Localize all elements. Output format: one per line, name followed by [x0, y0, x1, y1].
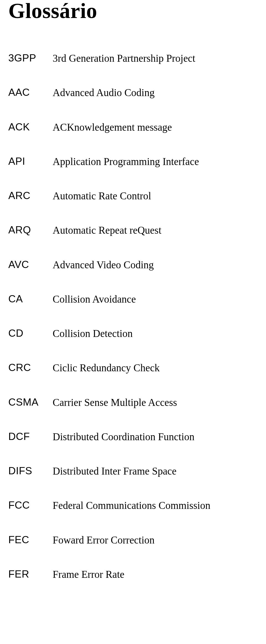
- term: ARQ: [8, 224, 53, 236]
- term: 3GPP: [8, 52, 53, 64]
- definition: Application Programming Interface: [53, 155, 247, 168]
- glossary-entry: ARC Automatic Rate Control: [8, 190, 247, 202]
- definition: Carrier Sense Multiple Access: [53, 396, 247, 409]
- term: ARC: [8, 190, 53, 202]
- glossary-entry: CSMA Carrier Sense Multiple Access: [8, 396, 247, 409]
- glossary-entry: CA Collision Avoidance: [8, 293, 247, 306]
- glossary-entries: 3GPP 3rd Generation Partnership Project …: [8, 52, 247, 581]
- term: AAC: [8, 86, 53, 99]
- glossary-entry: DCF Distributed Coordination Function: [8, 431, 247, 443]
- term: ACK: [8, 121, 53, 133]
- term: API: [8, 155, 53, 168]
- glossary-entry: ACK ACKnowledgement message: [8, 121, 247, 134]
- term: AVC: [8, 259, 53, 271]
- definition: Advanced Video Coding: [53, 259, 247, 271]
- term: FCC: [8, 499, 53, 511]
- page-title: Glossário: [8, 0, 247, 22]
- glossary-entry: AVC Advanced Video Coding: [8, 259, 247, 271]
- definition: Advanced Audio Coding: [53, 86, 247, 99]
- glossary-entry: AAC Advanced Audio Coding: [8, 86, 247, 99]
- term: FEC: [8, 534, 53, 546]
- term: CA: [8, 293, 53, 305]
- glossary-entry: FCC Federal Communications Commission: [8, 499, 247, 512]
- term: DCF: [8, 431, 53, 443]
- term: CD: [8, 327, 53, 339]
- glossary-page: Glossário 3GPP 3rd Generation Partnershi…: [0, 0, 266, 644]
- definition: Foward Error Correction: [53, 534, 247, 547]
- glossary-entry: 3GPP 3rd Generation Partnership Project: [8, 52, 247, 65]
- definition: Collision Detection: [53, 327, 247, 340]
- glossary-entry: FEC Foward Error Correction: [8, 534, 247, 547]
- definition: 3rd Generation Partnership Project: [53, 52, 247, 65]
- definition: Distributed Inter Frame Space: [53, 465, 247, 478]
- glossary-entry: API Application Programming Interface: [8, 155, 247, 168]
- term: CSMA: [8, 396, 53, 408]
- definition: Distributed Coordination Function: [53, 431, 247, 443]
- definition: Federal Communications Commission: [53, 499, 247, 512]
- definition: Ciclic Redundancy Check: [53, 362, 247, 374]
- definition: ACKnowledgement message: [53, 121, 247, 134]
- term: DIFS: [8, 465, 53, 477]
- glossary-entry: CD Collision Detection: [8, 327, 247, 340]
- definition: Automatic Rate Control: [53, 190, 247, 202]
- glossary-entry: CRC Ciclic Redundancy Check: [8, 362, 247, 374]
- term: FER: [8, 568, 53, 580]
- term: CRC: [8, 362, 53, 374]
- glossary-entry: FER Frame Error Rate: [8, 568, 247, 581]
- glossary-entry: DIFS Distributed Inter Frame Space: [8, 465, 247, 478]
- definition: Collision Avoidance: [53, 293, 247, 306]
- definition: Frame Error Rate: [53, 568, 247, 581]
- glossary-entry: ARQ Automatic Repeat reQuest: [8, 224, 247, 237]
- definition: Automatic Repeat reQuest: [53, 224, 247, 237]
